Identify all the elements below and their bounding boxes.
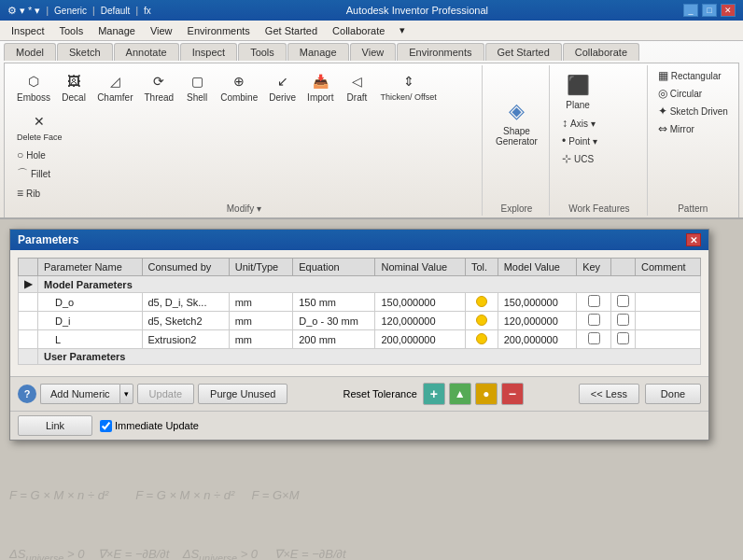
immediate-update-label[interactable]: Immediate Update [100, 420, 199, 432]
extra-checkbox-do[interactable] [617, 295, 629, 307]
tab-tools[interactable]: Tools [238, 43, 287, 61]
extra-do[interactable] [610, 293, 635, 312]
close-button[interactable]: ✕ [721, 4, 736, 17]
btn-draft[interactable]: ◁ Draft [340, 67, 373, 105]
btn-thread[interactable]: ⟳ Thread [139, 67, 178, 105]
tol-plus-button[interactable]: + [423, 383, 445, 405]
btn-point[interactable]: • Point ▾ [557, 133, 602, 149]
btn-hole[interactable]: ○ Hole [12, 147, 55, 163]
key-checkbox-l[interactable] [588, 332, 600, 344]
tol-circle-button[interactable]: ● [475, 383, 498, 405]
param-name-di[interactable]: D_i [38, 312, 143, 330]
immediate-update-checkbox[interactable] [100, 420, 112, 432]
extra-l[interactable] [610, 330, 635, 349]
dialog-close-button[interactable]: ✕ [686, 233, 701, 246]
btn-thicken[interactable]: ⇕ Thicken/ Offset [375, 67, 441, 105]
tab-get-started[interactable]: Get Started [485, 43, 562, 61]
decal-icon: 🖼 [63, 70, 85, 92]
tab-inspect[interactable]: Inspect [180, 43, 237, 61]
extra-di[interactable] [610, 312, 635, 330]
comment-do[interactable] [635, 293, 700, 312]
equation-l[interactable]: 200 mm [293, 330, 375, 349]
btn-derive[interactable]: ↙ Derive [264, 67, 301, 105]
work-features-label: Work Features [568, 202, 629, 214]
extra-checkbox-l[interactable] [617, 332, 629, 344]
tab-sketch[interactable]: Sketch [57, 43, 113, 61]
btn-fillet[interactable]: ⌒ Fillet [12, 164, 55, 184]
tab-model[interactable]: Model [4, 43, 56, 61]
tab-annotate[interactable]: Annotate [114, 43, 179, 61]
btn-shape-generator[interactable]: ◈ Shape Generator [490, 93, 543, 149]
help-icon-area: ? [18, 385, 36, 403]
btn-mirror[interactable]: ⇔ Mirror [653, 120, 733, 137]
tol-triangle-button[interactable]: ▲ [449, 383, 471, 405]
key-checkbox-do[interactable] [588, 295, 600, 307]
btn-combine[interactable]: ⊕ Combine [216, 67, 262, 105]
add-numeric-dropdown[interactable]: ▾ [119, 384, 133, 404]
help-button[interactable]: ? [18, 385, 36, 403]
col-consumed-by: Consumed by [142, 259, 229, 276]
btn-delete-face[interactable]: ✕ Delete Face [12, 107, 67, 145]
btn-decal[interactable]: 🖼 Decal [57, 67, 91, 105]
tab-manage[interactable]: Manage [287, 43, 349, 61]
tol-l[interactable] [465, 330, 498, 349]
btn-axis[interactable]: ↕ Axis ▾ [557, 115, 602, 132]
equation-do[interactable]: 150 mm [293, 293, 375, 312]
btn-shell[interactable]: ▢ Shell [180, 67, 214, 105]
link-button[interactable]: Link [18, 415, 92, 436]
done-button[interactable]: Done [645, 384, 701, 404]
maximize-button[interactable]: □ [702, 4, 717, 17]
minimize-button[interactable]: _ [683, 4, 698, 17]
menu-inspect[interactable]: Inspect [4, 23, 51, 38]
btn-rib[interactable]: ≡ Rib [12, 185, 55, 202]
tol-di[interactable] [465, 312, 498, 330]
menu-manage[interactable]: Manage [91, 23, 143, 38]
tab-view[interactable]: View [350, 43, 397, 61]
extra-checkbox-di[interactable] [617, 314, 629, 326]
key-do[interactable] [577, 293, 611, 312]
menu-get-started[interactable]: Get Started [258, 23, 325, 38]
ribbon-content: ⬡ Emboss 🖼 Decal ◿ Chamfer ⟳ Thread ▢ [4, 63, 739, 217]
tol-do[interactable] [465, 293, 498, 312]
work-features-buttons: ⬛ Plane ↕ Axis ▾ • Point ▾ ⊹ UCS [557, 67, 641, 167]
col-unit-type: Unit/Type [229, 259, 293, 276]
equation-di[interactable]: D_o - 30 mm [293, 312, 375, 330]
btn-circular[interactable]: ◎ Circular [653, 85, 733, 102]
add-numeric-button[interactable]: Add Numeric [40, 384, 119, 404]
col-equation: Equation [293, 259, 375, 276]
btn-import[interactable]: 📥 Import [302, 67, 338, 105]
btn-sketch-driven[interactable]: ✦ Sketch Driven [653, 103, 733, 119]
shell-icon: ▢ [186, 70, 208, 92]
less-button[interactable]: << Less [579, 384, 639, 404]
param-name-l[interactable]: L [38, 330, 143, 349]
menu-more[interactable]: ▾ [392, 22, 413, 38]
param-name-do[interactable]: D_o [38, 293, 143, 312]
point-icon: • [562, 134, 566, 147]
import-icon: 📥 [309, 70, 331, 92]
update-button[interactable]: Update [137, 384, 194, 404]
menu-view[interactable]: View [143, 23, 180, 38]
menu-collaborate[interactable]: Collaborate [325, 23, 392, 38]
purge-unused-button[interactable]: Purge Unused [198, 384, 287, 404]
consumed-by-di: d5, Sketch2 [142, 312, 229, 330]
menu-environments[interactable]: Environments [180, 23, 258, 38]
menu-tools[interactable]: Tools [51, 23, 91, 38]
btn-rectangular[interactable]: ▦ Rectangular [653, 67, 733, 84]
tol-minus-button[interactable]: − [501, 383, 524, 405]
comment-l[interactable] [635, 330, 700, 349]
ribbon-tabs: Model Sketch Annotate Inspect Tools Mana… [4, 43, 739, 61]
col-selector [19, 259, 38, 276]
key-l[interactable] [577, 330, 611, 349]
ucs-icon: ⊹ [562, 152, 571, 165]
window-title: Autodesk Inventor Professional [346, 5, 488, 16]
key-checkbox-di[interactable] [588, 314, 600, 326]
btn-chamfer[interactable]: ◿ Chamfer [92, 67, 137, 105]
btn-plane[interactable]: ⬛ Plane [557, 67, 598, 113]
consumed-by-do: d5, D_i, Sk... [142, 293, 229, 312]
tab-environments[interactable]: Environments [397, 43, 484, 61]
btn-emboss[interactable]: ⬡ Emboss [12, 67, 55, 105]
tab-collaborate[interactable]: Collaborate [563, 43, 639, 61]
key-di[interactable] [577, 312, 611, 330]
btn-ucs[interactable]: ⊹ UCS [557, 150, 602, 167]
comment-di[interactable] [635, 312, 700, 330]
